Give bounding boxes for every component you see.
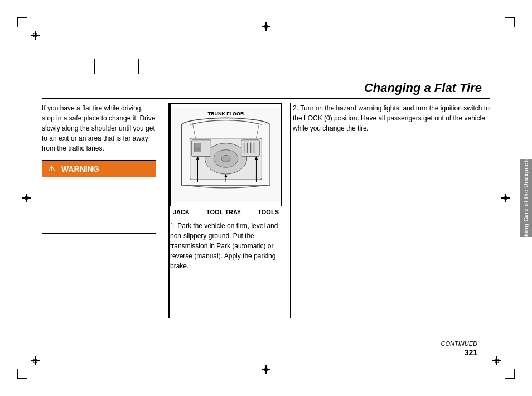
tool-tray-label: TOOL TRAY	[206, 209, 241, 215]
step1-text: 1. Park the vehicle on firm, level and n…	[170, 221, 282, 271]
warning-body	[42, 177, 156, 233]
reg-mark-bottom-center	[262, 365, 270, 374]
corner-mark-tl	[17, 17, 27, 27]
content-area: If you have a flat tire while driving, s…	[42, 103, 490, 351]
svg-rect-8	[195, 148, 201, 151]
reg-mark-mid-left	[22, 194, 31, 202]
warning-header: ⚠ WARNING	[42, 161, 156, 177]
h-divider	[42, 98, 490, 99]
rect-1	[42, 59, 86, 74]
reg-mark-top-left	[31, 31, 40, 40]
trunk-diagram-svg: TRUNK FLOOR	[171, 104, 281, 206]
small-rects	[42, 59, 139, 74]
reg-mark-mid-right	[501, 194, 510, 202]
continued-text: CONTINUED	[441, 340, 477, 347]
corner-mark-bl	[17, 369, 27, 379]
tools-label: TOOLS	[258, 209, 279, 215]
reg-mark-bottom-right	[492, 356, 501, 365]
rect-2	[94, 59, 139, 74]
left-column: If you have a flat tire while driving, s…	[42, 103, 165, 351]
reg-mark-top-center	[262, 22, 270, 31]
svg-point-5	[221, 155, 230, 162]
page-number: 321	[465, 348, 477, 357]
svg-text:TRUNK FLOOR: TRUNK FLOOR	[208, 111, 244, 117]
reg-mark-bottom-left	[31, 356, 40, 365]
diagram-labels: JACK TOOL TRAY TOOLS	[170, 206, 282, 215]
sidebar-tab-text: Taking Care of the Unexpected	[523, 153, 529, 243]
warning-box: ⚠ WARNING	[42, 160, 156, 234]
center-column: TRUNK FLOOR	[165, 103, 287, 351]
trunk-diagram-container: TRUNK FLOOR	[170, 103, 282, 206]
right-column: 2. Turn on the hazard warning lights, an…	[287, 103, 490, 351]
sidebar-tab: Taking Care of the Unexpected	[520, 159, 532, 237]
intro-text: If you have a flat tire while driving, s…	[42, 103, 156, 153]
corner-mark-tr	[505, 17, 515, 27]
corner-mark-br	[505, 369, 515, 379]
warning-icon: ⚠	[48, 164, 58, 174]
page-title: Changing a Flat Tire	[364, 81, 482, 95]
step2-text: 2. Turn on the hazard warning lights, an…	[293, 103, 490, 133]
jack-label: JACK	[173, 209, 190, 215]
warning-label: WARNING	[61, 165, 99, 173]
